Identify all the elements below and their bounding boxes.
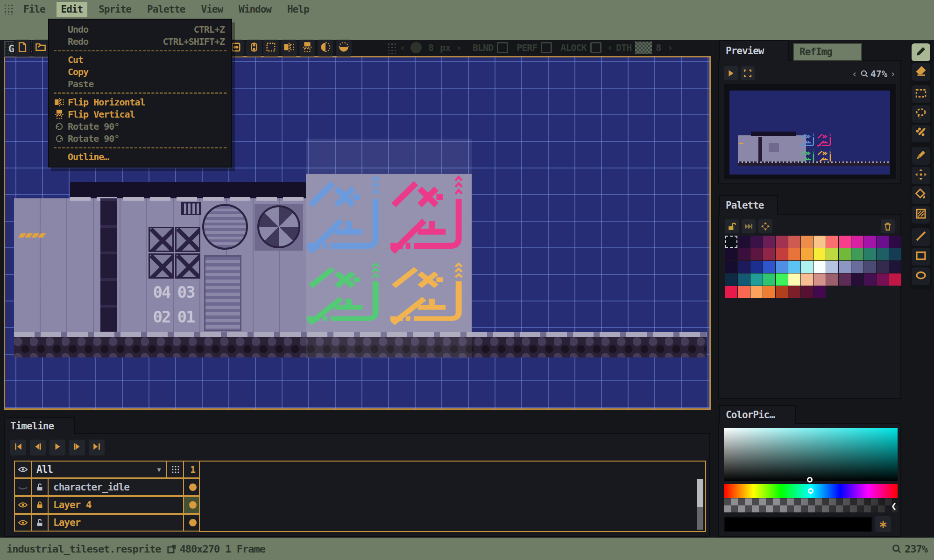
pencil-tool[interactable] [912, 43, 930, 61]
palette-swatch[interactable] [877, 273, 889, 286]
palette-swatch[interactable] [877, 236, 889, 248]
skip-first-button[interactable] [10, 440, 26, 455]
checkbox-alock[interactable] [590, 42, 601, 53]
layer-name[interactable]: character_idle [49, 479, 184, 495]
palette-swatch[interactable] [851, 261, 863, 273]
palette-swatch[interactable] [750, 248, 763, 260]
mirror-x-button[interactable] [317, 40, 334, 56]
preview-zoom-increase[interactable]: › [890, 68, 896, 79]
palette-swatch[interactable] [801, 236, 813, 248]
magic-wand-tool[interactable] [912, 125, 930, 142]
rectangle-tool[interactable] [912, 248, 930, 266]
timeline-scrollbar-thumb[interactable] [697, 479, 703, 507]
tab-refimg[interactable]: RefImg [793, 43, 862, 61]
line-tool[interactable] [912, 228, 930, 246]
palette-swatch[interactable] [763, 236, 775, 248]
palette-swatch[interactable] [763, 273, 775, 286]
prev-frame-button[interactable] [30, 440, 46, 455]
palette-swatch[interactable] [839, 248, 851, 260]
dither-pattern-preview[interactable] [635, 42, 652, 54]
menu-item-copy[interactable]: Copy [49, 66, 231, 78]
open-file-button[interactable] [32, 40, 49, 56]
unlock-icon[interactable] [725, 219, 739, 233]
timeline-all-row[interactable]: All ▾ 1 [14, 461, 203, 478]
palette-swatch[interactable] [889, 273, 901, 286]
palette-swatch[interactable] [839, 273, 851, 286]
palette-swatch[interactable] [776, 286, 788, 298]
palette-swatch[interactable] [864, 248, 876, 260]
canvas-zoom-label[interactable]: 237% [905, 543, 927, 555]
palette-swatch[interactable] [776, 248, 788, 260]
palette-swatch[interactable] [889, 261, 901, 273]
pattern-fill-tool[interactable] [912, 206, 930, 224]
mirror-y-button[interactable] [335, 40, 352, 56]
palette-swatch[interactable] [839, 236, 851, 248]
marker-tool[interactable] [912, 147, 930, 165]
preview-viewport[interactable] [724, 84, 896, 179]
current-color-swatch[interactable] [724, 517, 872, 532]
dither-decrease[interactable]: ‹ [607, 42, 612, 53]
menu-item-cut[interactable]: Cut [49, 54, 231, 66]
palette-swatch[interactable] [750, 286, 763, 298]
palette-swatch[interactable] [738, 236, 750, 248]
palette-swatch[interactable] [725, 248, 737, 260]
checkbox-blnd[interactable] [497, 42, 508, 53]
eye-icon[interactable] [15, 515, 32, 531]
chevron-down-icon[interactable]: ▾ [156, 464, 166, 475]
menubar-item-palette[interactable]: Palette [142, 2, 190, 17]
tab-colorpicker[interactable]: ColorPic… [719, 405, 796, 424]
menu-item-flip-horizontal[interactable]: Flip Horizontal [49, 96, 231, 108]
layer-name[interactable]: Layer [49, 515, 184, 531]
palette-swatch[interactable] [801, 286, 813, 298]
palette-swatch[interactable] [788, 286, 800, 298]
fit-preview-button[interactable] [741, 66, 755, 80]
move-tool[interactable] [912, 167, 930, 184]
palette-swatch[interactable] [826, 273, 838, 286]
eye-icon[interactable] [15, 497, 32, 513]
palette-swatch[interactable] [801, 261, 813, 273]
palette-swatch[interactable] [788, 248, 800, 260]
palette-swatch[interactable] [839, 261, 851, 273]
dither-increase[interactable]: › [667, 42, 672, 53]
menubar-item-edit[interactable]: Edit [57, 2, 88, 17]
brush-size-value[interactable]: 8 [428, 42, 433, 53]
palette-swatch[interactable] [814, 286, 826, 298]
grid-icon[interactable] [167, 462, 184, 477]
sprite-rotate-button[interactable] [246, 40, 262, 56]
menubar-item-file[interactable]: File [19, 2, 50, 17]
trash-icon[interactable] [881, 219, 895, 233]
palette-swatch[interactable] [725, 273, 737, 286]
flip-vertical-button[interactable] [299, 40, 316, 56]
palette-swatch[interactable] [750, 236, 763, 248]
lock-icon[interactable] [32, 497, 49, 513]
menubar-item-help[interactable]: Help [283, 2, 314, 17]
tab-preview[interactable]: Preview [719, 40, 789, 61]
alpha-marker[interactable]: ❮ [891, 500, 897, 511]
eye-icon[interactable] [15, 462, 32, 477]
saturation-value-box[interactable] [724, 428, 898, 481]
palette-swatch[interactable] [814, 236, 826, 248]
recent-colors-button[interactable]: * [875, 516, 891, 532]
drag-handle-icon[interactable] [387, 42, 397, 54]
palette-swatch[interactable] [738, 248, 750, 260]
menubar-item-view[interactable]: View [197, 2, 228, 17]
timeline-layer-row[interactable]: Layer [14, 514, 203, 532]
palette-swatch[interactable] [763, 261, 775, 273]
drag-handle-icon[interactable] [4, 4, 14, 15]
palette-swatch[interactable] [889, 248, 901, 260]
palette-swatch[interactable] [725, 286, 737, 298]
drag-handle-icon[interactable] [4, 42, 14, 54]
palette-swatch[interactable] [776, 261, 788, 273]
palette-swatch[interactable] [826, 248, 838, 260]
marquee-tool[interactable] [912, 85, 930, 103]
palette-swatch[interactable] [814, 261, 826, 273]
alpha-slider[interactable] [724, 498, 898, 512]
palette-swatch[interactable] [851, 236, 863, 248]
palette-swatch[interactable] [877, 261, 889, 273]
skip-icon[interactable] [742, 219, 756, 233]
lasso-tool[interactable] [912, 105, 930, 123]
eye-icon[interactable] [15, 479, 32, 495]
palette-swatch[interactable] [776, 236, 788, 248]
play-button[interactable] [50, 440, 65, 455]
tab-timeline[interactable]: Timeline [4, 417, 75, 434]
